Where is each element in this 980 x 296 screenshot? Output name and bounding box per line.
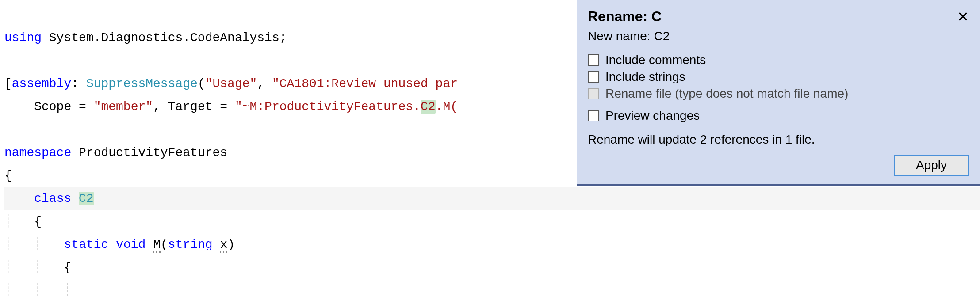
rename-header: Rename: C ✕ xyxy=(588,8,969,25)
keyword-namespace: namespace xyxy=(4,146,71,159)
code-text: { xyxy=(34,215,42,228)
keyword-assembly: assembly xyxy=(12,77,71,91)
string-literal: "Usage" xyxy=(205,77,257,91)
code-text xyxy=(108,238,116,251)
checkbox-row-renamefile: Rename file (type does not match file na… xyxy=(588,87,969,101)
indent-guide: ┊ ┊ xyxy=(4,261,64,274)
keyword-class: class xyxy=(34,192,71,205)
checkbox-row-comments[interactable]: Include comments xyxy=(588,53,969,67)
code-text: [ xyxy=(4,77,12,91)
indent-guide: ┊ ┊ ┊ xyxy=(4,284,71,296)
code-text xyxy=(145,238,153,251)
checkbox-label: Include comments xyxy=(605,53,706,67)
rename-newname-row: New name: C2 xyxy=(588,29,969,43)
code-text: ) xyxy=(227,238,235,251)
close-icon[interactable]: ✕ xyxy=(957,10,969,24)
indent-guide: ┊ xyxy=(4,215,34,228)
rename-target-highlight: C2 xyxy=(79,192,94,205)
checkbox-include-comments[interactable] xyxy=(588,54,599,66)
code-text: : xyxy=(71,77,86,91)
keyword-using: using xyxy=(4,31,42,45)
checkbox-row-strings[interactable]: Include strings xyxy=(588,70,969,84)
code-text: { xyxy=(4,169,12,182)
string-literal: "~M:ProductivityFeatures. xyxy=(235,100,421,114)
code-text: ( xyxy=(161,238,168,251)
keyword-void: void xyxy=(116,238,145,251)
newname-value: C2 xyxy=(654,29,670,43)
code-text: , xyxy=(153,100,168,114)
checkbox-preview-changes[interactable] xyxy=(588,110,599,121)
parameter-name: x xyxy=(220,238,227,253)
checkbox-rename-file xyxy=(588,88,599,99)
code-text: ( xyxy=(198,77,205,91)
code-text: Scope = xyxy=(4,100,94,114)
keyword-string: string xyxy=(168,238,213,251)
code-text xyxy=(213,238,220,251)
code-text xyxy=(71,192,79,205)
method-name: M xyxy=(153,238,161,253)
code-text: ProductivityFeatures xyxy=(71,146,227,159)
code-text xyxy=(4,192,34,205)
keyword-static: static xyxy=(64,238,109,251)
string-literal: "CA1801:Review unused par xyxy=(272,77,458,91)
checkbox-label: Preview changes xyxy=(605,109,700,123)
current-line: class C2 xyxy=(4,187,980,210)
rename-panel: Rename: C ✕ New name: C2 Include comment… xyxy=(577,0,980,186)
code-text: , xyxy=(257,77,272,91)
rename-title: Rename: C xyxy=(588,8,662,25)
type-suppressmessage: SuppressMessage xyxy=(86,77,198,91)
rename-footer: Apply xyxy=(588,155,969,176)
code-text: System.Diagnostics.CodeAnalysis; xyxy=(42,31,287,45)
indent-guide: ┊ ┊ xyxy=(4,238,64,251)
checkbox-label: Include strings xyxy=(605,70,685,84)
checkbox-include-strings[interactable] xyxy=(588,71,599,83)
checkbox-label: Rename file (type does not match file na… xyxy=(605,87,848,101)
string-literal: .M( xyxy=(436,100,458,114)
string-literal: "member" xyxy=(94,100,153,114)
code-text: { xyxy=(64,261,72,274)
rename-status: Rename will update 2 references in 1 fil… xyxy=(588,133,969,147)
newname-label: New name: xyxy=(588,29,654,43)
rename-reference-highlight: C2 xyxy=(421,100,436,114)
apply-button[interactable]: Apply xyxy=(894,155,969,176)
checkbox-row-preview[interactable]: Preview changes xyxy=(588,109,969,123)
code-text: Target = xyxy=(168,100,235,114)
